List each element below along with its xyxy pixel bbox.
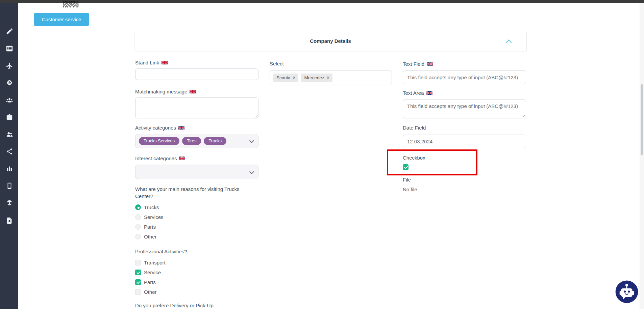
bar-chart-icon[interactable] <box>5 165 14 173</box>
share-icon[interactable] <box>5 147 14 156</box>
briefcase-icon[interactable] <box>5 113 14 121</box>
uk-flag-icon <box>426 91 432 95</box>
interest-categories-label: Interest categories <box>135 155 258 162</box>
tags-icon[interactable] <box>5 79 14 87</box>
uk-flag-icon <box>179 157 185 160</box>
activity-tag[interactable]: Trucks <box>204 137 226 145</box>
uk-flag-icon <box>178 126 184 130</box>
checkbox-icon[interactable] <box>135 279 141 285</box>
chevron-down-icon[interactable] <box>249 138 254 143</box>
customer-service-button[interactable]: Customer service <box>34 13 89 26</box>
radio-option-services[interactable]: Services <box>135 212 258 222</box>
radio-icon[interactable] <box>135 234 141 240</box>
radio-icon[interactable] <box>135 214 141 220</box>
professional-checkbox-group: Transport Service Parts Other <box>135 258 258 297</box>
text-area-label: Text Area <box>403 89 526 96</box>
radio-option-parts[interactable]: Parts <box>135 222 258 232</box>
date-field-label: Date Field <box>403 124 526 131</box>
scrollbar-thumb[interactable] <box>641 84 643 155</box>
form-column-middle: Select Scania × Mercedez × <box>270 51 392 85</box>
brand-select[interactable]: Scania × Mercedez × <box>270 70 392 85</box>
file-value: No file <box>403 186 526 193</box>
checkbox-option-other[interactable]: Other <box>135 287 258 297</box>
file-upload-icon[interactable] <box>5 217 14 225</box>
form-list-icon[interactable] <box>5 45 14 53</box>
chatbot-button[interactable] <box>615 280 639 304</box>
form-column-right: Text Field Text Area This field accepts … <box>403 51 526 193</box>
stand-link-input[interactable] <box>135 68 258 80</box>
matchmaking-label: Matchmaking message <box>135 88 258 95</box>
reasons-radio-group: Trucks Services Parts Other <box>135 202 258 242</box>
radio-icon[interactable] <box>135 224 141 230</box>
text-field-label: Text Field <box>403 60 526 67</box>
qr-code <box>63 1 79 7</box>
activity-tag[interactable]: Tires <box>182 137 201 145</box>
robot-icon <box>615 280 639 304</box>
users-icon[interactable] <box>5 130 14 138</box>
activity-categories-label: Activity categories <box>135 124 258 131</box>
uk-flag-icon <box>427 62 433 66</box>
company-details-panel-header[interactable]: Company Details <box>134 32 527 51</box>
activity-categories-select[interactable]: Trucks Services Tires Trucks <box>135 134 258 148</box>
checkbox-icon[interactable] <box>403 164 408 170</box>
delivery-question: Do you prefere Delivery or Pick-Up <box>135 302 252 309</box>
checkbox-option-parts[interactable]: Parts <box>135 277 258 287</box>
people-group-icon[interactable] <box>5 96 14 104</box>
date-field-input[interactable] <box>403 135 526 148</box>
select-label: Select <box>270 60 392 67</box>
select-tag-scania[interactable]: Scania × <box>273 74 298 82</box>
chevron-down-icon[interactable] <box>249 169 254 174</box>
exhibition-stand-icon[interactable] <box>5 199 14 207</box>
interest-categories-select[interactable] <box>135 165 258 179</box>
matchmaking-textarea[interactable] <box>135 97 258 118</box>
radio-icon[interactable] <box>135 204 141 210</box>
scrollbar-track[interactable] <box>640 3 644 309</box>
professional-question: Professional Activities? <box>135 248 252 255</box>
checkbox-icon[interactable] <box>135 270 141 275</box>
mobile-icon[interactable] <box>5 182 14 190</box>
top-strip <box>0 0 644 3</box>
uk-flag-icon <box>162 61 168 64</box>
text-field-input[interactable] <box>403 71 526 84</box>
remove-tag-icon[interactable]: × <box>327 74 329 82</box>
uk-flag-icon <box>190 90 196 93</box>
menu-icon[interactable] <box>4 9 14 17</box>
select-tag-mercedez[interactable]: Mercedez × <box>301 74 332 82</box>
sidebar <box>0 3 18 309</box>
activity-tag[interactable]: Trucks Services <box>139 137 179 145</box>
pencil-icon[interactable] <box>5 27 14 35</box>
radio-option-trucks[interactable]: Trucks <box>135 202 258 212</box>
checkbox-icon[interactable] <box>135 260 141 265</box>
plane-icon[interactable] <box>5 62 14 70</box>
checkbox-option-service[interactable]: Service <box>135 268 258 277</box>
stand-link-label: Stand Link <box>135 59 258 66</box>
file-label: File <box>403 176 526 183</box>
form-column-left: Stand Link Matchmaking message Activity … <box>135 51 258 309</box>
text-area-input[interactable]: This field accepts any type of input (AB… <box>403 100 526 118</box>
radio-option-other[interactable]: Other <box>135 232 258 242</box>
remove-tag-icon[interactable]: × <box>293 74 295 82</box>
checkbox-label: Checkbox <box>403 154 526 161</box>
reasons-question: What are your main reasons for visiting … <box>135 186 252 200</box>
panel-title: Company Details <box>134 38 526 44</box>
checkbox-icon[interactable] <box>135 289 141 295</box>
checkbox-option-transport[interactable]: Transport <box>135 258 258 268</box>
